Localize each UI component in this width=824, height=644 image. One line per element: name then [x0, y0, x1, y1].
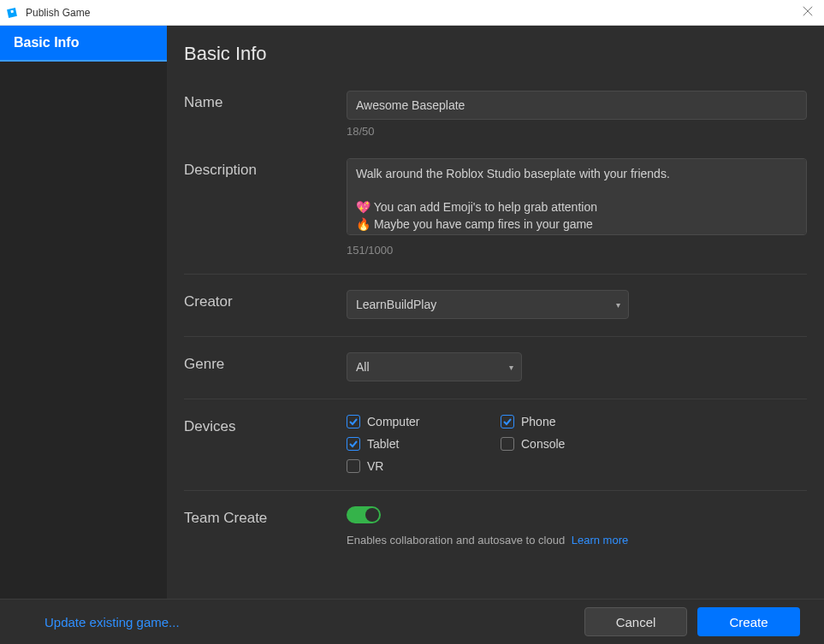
team-create-desc: Enables collaboration and autosave to cl…: [347, 534, 565, 547]
description-counter: 151/1000: [347, 244, 807, 257]
footer: Update existing game... Cancel Create: [0, 599, 824, 644]
name-input[interactable]: [347, 91, 807, 120]
main-panel: Basic Info Name 18/50 Description 151/10…: [167, 26, 824, 599]
cancel-button[interactable]: Cancel: [584, 607, 687, 636]
device-checkbox-phone[interactable]: Phone: [501, 415, 655, 428]
checkbox-icon: [501, 415, 514, 428]
creator-label: Creator: [184, 290, 347, 319]
checkbox-icon: [501, 437, 514, 451]
app-logo-icon: [7, 6, 21, 20]
create-button[interactable]: Create: [697, 607, 800, 636]
sidebar: Basic Info: [0, 26, 167, 599]
window-titlebar: Publish Game: [0, 0, 824, 26]
device-checkbox-console[interactable]: Console: [501, 437, 655, 451]
devices-label: Devices: [184, 415, 347, 473]
sidebar-item-label: Basic Info: [14, 35, 79, 50]
device-label: Console: [521, 437, 565, 451]
device-label: VR: [367, 459, 383, 473]
description-input[interactable]: [347, 158, 807, 235]
sidebar-item-basic-info[interactable]: Basic Info: [0, 26, 167, 62]
close-icon[interactable]: [802, 5, 815, 19]
creator-select[interactable]: LearnBuildPlay: [347, 290, 629, 319]
window-title: Publish Game: [26, 7, 90, 19]
name-label: Name: [184, 91, 347, 138]
checkbox-icon: [347, 459, 360, 473]
learn-more-link[interactable]: Learn more: [572, 534, 628, 547]
device-checkbox-tablet[interactable]: Tablet: [347, 437, 501, 451]
device-checkbox-computer[interactable]: Computer: [347, 415, 501, 428]
name-counter: 18/50: [347, 125, 807, 138]
device-label: Computer: [367, 415, 419, 428]
svg-rect-1: [10, 9, 14, 13]
genre-label: Genre: [184, 352, 347, 381]
toggle-knob: [365, 508, 379, 522]
description-label: Description: [184, 158, 347, 257]
page-title: Basic Info: [184, 43, 807, 65]
team-create-toggle[interactable]: [347, 506, 381, 523]
device-label: Phone: [521, 415, 555, 428]
genre-select[interactable]: All: [347, 352, 522, 381]
checkbox-icon: [347, 437, 360, 451]
checkbox-icon: [347, 415, 360, 428]
device-checkbox-vr[interactable]: VR: [347, 459, 501, 473]
update-existing-link[interactable]: Update existing game...: [44, 615, 180, 629]
svg-rect-0: [7, 8, 17, 18]
device-label: Tablet: [367, 437, 399, 451]
team-create-label: Team Create: [184, 506, 347, 547]
